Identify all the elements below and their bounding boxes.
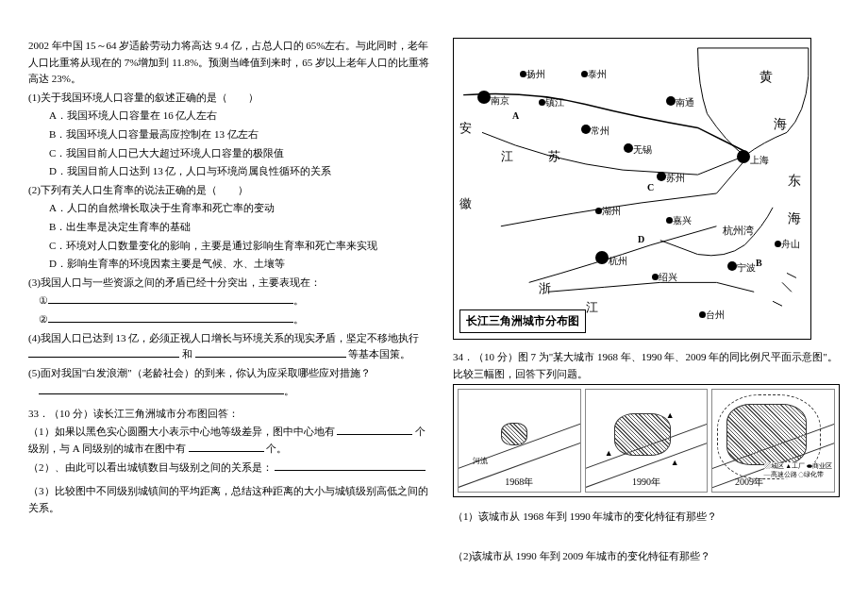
blank [48,311,293,323]
label-su: 苏 [548,147,560,167]
city-ningbo: 宁波 [727,260,756,276]
city-hangzhou: 杭州 [595,251,627,269]
q4: (4)我国人口已达到 13 亿，必须正视人口增长与环境关系的现实矛盾，坚定不移地… [28,330,434,363]
city-huzhou: 湖州 [595,204,621,219]
intro-text: 2002 年中国 15～64 岁适龄劳动力将高达 9.4 亿，占总人口的 65%… [28,38,434,88]
map-title: 长江三角洲城市分布图 [459,309,586,333]
label-jiang: 江 [501,147,513,167]
q5-blank: 。 [28,383,434,400]
q3-stem: (3)我国人口与一些资源之间的矛盾已经十分突出，主要表现在： [28,275,434,292]
label-hai: 海 [774,114,787,135]
q34-p2: （2)该城市从 1990 年到 2009 年城市的变化特征有那些？ [453,548,840,565]
q4-a: (4)我国人口已达到 13 亿，必须正视人口增长与环境关系的现实矛盾，坚定不移地… [28,332,419,343]
legend: ▨城区 ▲工厂 ⬬商业区 —高速公路 ◌绿化带 [764,462,832,478]
label-hangzhouwan: 杭州湾 [723,223,754,240]
city-zhenjiang: 镇江 [539,95,564,110]
label-zhe: 浙 [539,279,551,299]
label-d: D [638,232,644,247]
blank [39,383,284,394]
label-dong: 东 [788,171,801,192]
year-1968: 1968年 [505,475,533,490]
city-shaoxing: 绍兴 [652,270,677,285]
q2-a: A．人口的自然增长取决于生育率和死亡率的变动 [28,200,434,217]
diagram-1990: ▲ ▲ ▲ 1990年 [585,389,709,493]
q2-c: C．环境对人口数量变化的影响，主要是通过影响生育率和死亡率来实现 [28,238,434,255]
q33-p3: （3）比较图中不同级别城镇间的平均距离，总结这种距离的大小与城镇级别高低之间的关… [28,483,434,516]
q1-a: A．我国环境人口容量在 16 亿人左右 [28,108,434,125]
blank [28,346,179,358]
label-hai2: 海 [788,209,801,229]
q33-p2a: （2）、由此可以看出城镇数目与级别之间的关系是： [28,461,273,473]
q33-title: 33．（10 分）读长江三角洲城市分布图回答： [28,406,434,423]
left-column: 2002 年中国 15～64 岁适龄劳动力将高达 9.4 亿，占总人口的 65%… [28,38,434,583]
blank [189,441,264,452]
city-changzhou: 常州 [581,124,609,139]
q2-d: D．影响生育率的环境因素主要是气候、水、土壤等 [28,256,434,273]
label-hui: 徽 [459,194,472,214]
city-evolution-diagram: 河流 1968年 ▲ ▲ ▲ 1990年 ▨城区 ▲工厂 ⬬商业区 —高速公路 … [453,384,840,497]
q1-d: D．我国目前人口达到 13 亿，人口与环境尚属良性循环的关系 [28,163,434,180]
q2-b: B．出生率是决定生育率的基础 [28,219,434,236]
label-b: B [756,256,762,271]
q3-line2: ②。 [28,311,434,328]
year-1990: 1990年 [632,475,660,490]
right-column: 扬州 泰州 南京 镇江 常州 南通 无锡 苏州 上海 湖州 嘉兴 杭州 绍兴 宁… [453,38,840,583]
city-shanghai: 上海 [737,150,769,168]
q2-stem: (2)下列有关人口生育率的说法正确的是（ ） [28,182,434,199]
diagram-1968: 河流 1968年 [458,389,581,493]
city-suzhou: 苏州 [657,171,685,186]
q33-p2: （2）、由此可以看出城镇数目与级别之间的关系是： [28,460,434,477]
river-label: 河流 [473,456,488,468]
q1-b: B．我国环境人口容量最高应控制在 13 亿左右 [28,126,434,143]
label-an: 安 [459,119,472,139]
city-zhoushan: 舟山 [775,237,800,252]
q3-line1: ①。 [28,293,434,309]
q33-p1a: （1）如果以黑色实心圆圈大小表示中心地等级差异，图中中心地有 [28,426,335,437]
q1-c: C．我国目前人口已大大超过环境人口容量的极限值 [28,145,434,162]
q33-p1: （1）如果以黑色实心圆圈大小表示中心地等级差异，图中中心地有 个级别，与 A 同… [28,424,434,457]
q34-title: 34．（10 分）图 7 为"某大城市 1968 年、1990 年、2009 年… [453,349,840,382]
diagram-2009: ▨城区 ▲工厂 ⬬商业区 —高速公路 ◌绿化带 2009年 [711,389,835,493]
city-yangzhou: 扬州 [520,67,545,82]
q1-stem: (1)关于我国环境人口容量的叙述正确的是（ ） [28,90,434,107]
label-jiang2: 江 [586,298,598,318]
blank [48,293,293,304]
city-taizhou: 泰州 [581,67,607,82]
q4-b: 和 [182,348,192,360]
q4-c: 等基本国策。 [348,348,410,360]
q33-p1c: 个。 [266,443,287,454]
q34-p1: （1）该城市从 1968 年到 1990 年城市的变化特征有那些？ [453,509,840,526]
year-2009: 2009年 [735,475,763,490]
label-c: C [647,180,654,195]
city-nanjing: 南京 [477,91,509,109]
blank [275,460,426,471]
q3-num2: ② [39,313,48,325]
label-huang: 黄 [760,67,773,88]
map-lines [454,39,810,339]
blank [195,346,346,358]
city-wuxi: 无锡 [624,142,652,158]
q3-num1: ① [39,294,48,306]
city-nantong: 南通 [666,95,694,110]
city-jiaxing: 嘉兴 [666,213,692,228]
city-taizhou2: 台州 [699,308,725,323]
blank [337,424,412,435]
map-yangtze-delta: 扬州 泰州 南京 镇江 常州 南通 无锡 苏州 上海 湖州 嘉兴 杭州 绍兴 宁… [453,38,811,340]
label-a: A [512,109,519,124]
q5-stem: (5)面对我国"白发浪潮"（老龄社会）的到来，你认为应采取哪些应对措施？ [28,365,434,382]
